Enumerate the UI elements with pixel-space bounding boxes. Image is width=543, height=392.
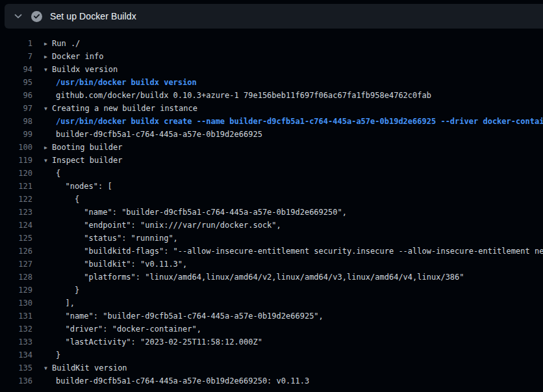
log-container: 1▶Run ./7▶Docker info94▼Buildx version95… [0,29,543,392]
output-text: "status": "running", [56,234,178,243]
log-line-group[interactable]: 1▶Run ./ [0,37,543,50]
log-line-group[interactable]: 100▶Booting builder [0,141,543,154]
log-line: 124 "endpoint": "unix:///var/run/docker.… [0,219,543,232]
log-line: 130 ], [0,297,543,310]
triangle-collapsed-icon[interactable]: ▶ [44,141,52,154]
log-line-group[interactable]: 7▶Docker info [0,50,543,63]
output-text: "driver": "docker-container", [56,325,201,334]
group-title: Buildx version [52,65,118,74]
line-number[interactable]: 126 [0,245,32,258]
triangle-collapsed-icon[interactable]: ▶ [44,38,52,51]
line-number[interactable]: 7 [0,50,32,63]
output-text: "lastActivity": "2023-02-25T11:58:12.000… [56,337,262,347]
log-line: 123 "name": "builder-d9cfb5a1-c764-445a-… [0,206,543,219]
triangle-collapsed-icon[interactable]: ▶ [44,51,52,64]
log-line: 126 "buildkitd-flags": "--allow-insecure… [0,245,543,258]
triangle-expanded-icon[interactable]: ▼ [44,362,52,375]
line-number[interactable]: 133 [0,336,32,349]
line-number[interactable]: 134 [0,349,32,361]
line-number[interactable]: 132 [0,323,32,336]
log-line: 134} [0,349,543,361]
log-line-group[interactable]: 97▼Creating a new builder instance [0,102,543,115]
line-number[interactable]: 97 [0,102,32,115]
log-line: 129 } [0,284,543,297]
command-text: /usr/bin/docker buildx create --name bui… [56,117,543,126]
log-line: 122 { [0,193,543,206]
group-title: Creating a new builder instance [52,104,197,113]
group-title: Booting builder [52,143,122,152]
output-text: "buildkitd-flags": "--allow-insecure-ent… [56,247,543,256]
triangle-expanded-icon[interactable]: ▼ [44,154,52,167]
line-number[interactable]: 129 [0,284,32,297]
output-text: "name": "builder-d9cfb5a1-c764-445a-a57e… [56,312,323,321]
log-line: 132 "driver": "docker-container", [0,323,543,336]
line-number[interactable]: 136 [0,374,32,387]
log-line: 121 "nodes": [ [0,180,543,193]
log-line: 99builder-d9cfb5a1-c764-445a-a57e-0b19d2… [0,128,543,141]
log-line: 98/usr/bin/docker buildx create --name b… [0,115,543,128]
output-text: builder-d9cfb5a1-c764-445a-a57e-0b19d2e6… [56,130,262,139]
log-line: 136builder-d9cfb5a1-c764-445a-a57e-0b19d… [0,374,543,387]
log-line: 96github.com/docker/buildx 0.10.3+azure-… [0,89,543,102]
step-header[interactable]: Set up Docker Buildx [5,4,543,29]
output-text: { [56,169,60,178]
log-line: 128 "platforms": "linux/amd64,linux/amd6… [0,271,543,284]
line-number[interactable]: 128 [0,271,32,284]
line-number[interactable]: 1 [0,37,32,50]
line-number[interactable]: 119 [0,154,32,167]
output-text: "buildkit": "v0.11.3", [56,260,187,269]
output-text: "endpoint": "unix:///var/run/docker.sock… [56,221,281,230]
line-number[interactable]: 94 [0,63,32,76]
line-number[interactable]: 96 [0,89,32,102]
log-line-group[interactable]: 94▼Buildx version [0,63,543,76]
output-text: "nodes": [ [56,182,112,191]
log-line: 133 "lastActivity": "2023-02-25T11:58:12… [0,336,543,349]
log-line: 131 "name": "builder-d9cfb5a1-c764-445a-… [0,310,543,323]
line-number[interactable]: 127 [0,258,32,271]
output-text: } [56,350,60,360]
chevron-down-icon[interactable] [10,8,26,24]
triangle-expanded-icon[interactable]: ▼ [44,103,52,116]
triangle-expanded-icon[interactable]: ▼ [44,64,52,77]
step-title: Set up Docker Buildx [50,11,136,21]
command-text: /usr/bin/docker buildx version [56,78,197,87]
line-number[interactable]: 130 [0,297,32,310]
line-number[interactable]: 120 [0,167,32,180]
line-number[interactable]: 98 [0,115,32,128]
group-title: Inspect builder [52,156,122,165]
line-number[interactable]: 122 [0,193,32,206]
group-title: Docker info [52,52,103,61]
line-number[interactable]: 121 [0,180,32,193]
line-number[interactable]: 95 [0,76,32,89]
line-number[interactable]: 123 [0,206,32,219]
line-number[interactable]: 99 [0,128,32,141]
output-text: ], [56,299,75,308]
output-text: "platforms": "linux/amd64,linux/amd64/v2… [56,273,464,282]
line-number[interactable]: 124 [0,219,32,232]
log-line: 125 "status": "running", [0,232,543,245]
check-circle-icon [31,10,42,22]
log-line: 95/usr/bin/docker buildx version [0,76,543,89]
log-line: 120{ [0,167,543,180]
output-text: { [56,195,79,204]
log-line: 127 "buildkit": "v0.11.3", [0,258,543,271]
output-text: } [56,286,79,295]
log-line-group[interactable]: 119▼Inspect builder [0,154,543,167]
log-line-group[interactable]: 135▼BuildKit version [0,361,543,374]
group-title: BuildKit version [52,363,127,373]
output-text: "name": "builder-d9cfb5a1-c764-445a-a57e… [56,208,347,217]
line-number[interactable]: 100 [0,141,32,154]
output-text: builder-d9cfb5a1-c764-445a-a57e-0b19d2e6… [56,376,309,386]
line-number[interactable]: 135 [0,361,32,374]
output-text: github.com/docker/buildx 0.10.3+azure-1 … [56,91,431,100]
group-title: Run ./ [52,39,80,48]
line-number[interactable]: 125 [0,232,32,245]
line-number[interactable]: 131 [0,310,32,323]
